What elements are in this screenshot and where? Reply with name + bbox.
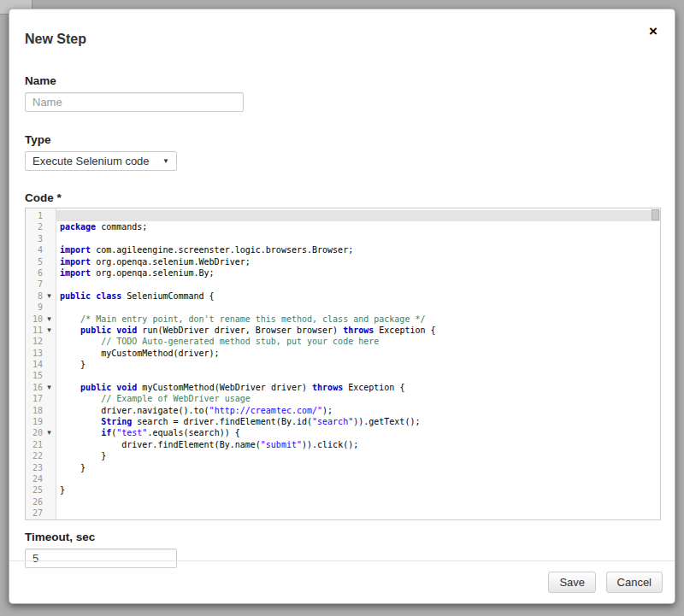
gutter-cell: 7 xyxy=(26,279,56,290)
code-line-text[interactable]: } xyxy=(56,450,660,461)
fold-arrow-icon[interactable]: ▾ xyxy=(43,325,56,336)
code-line-text[interactable] xyxy=(56,496,660,507)
fold-gutter-spacer xyxy=(43,370,56,381)
type-label: Type xyxy=(25,133,659,146)
code-form-group: Code * 12package commands;34import com.a… xyxy=(25,191,659,520)
code-line-text[interactable]: public class SeleniumCommand { xyxy=(56,290,660,302)
code-line-text[interactable]: public void myCustomMethod(WebDriver dri… xyxy=(56,382,660,393)
code-line[interactable]: 19 String search = driver.findElement(By… xyxy=(26,416,660,427)
code-line[interactable]: 23 } xyxy=(26,462,660,473)
fold-gutter-spacer xyxy=(43,336,56,347)
code-line-text[interactable]: import org.openqa.selenium.By; xyxy=(56,267,660,279)
code-line-text[interactable] xyxy=(56,370,660,381)
line-number: 6 xyxy=(26,267,43,279)
code-line-text[interactable] xyxy=(56,507,660,519)
code-line[interactable]: 2package commands; xyxy=(26,221,660,232)
code-line[interactable]: 17 // Example of WebDriver usage xyxy=(26,393,660,404)
code-line[interactable]: 13 myCustomMethod(driver); xyxy=(26,348,660,359)
code-line-text[interactable] xyxy=(56,279,660,290)
code-line[interactable]: 11▾ public void run(WebDriver driver, Br… xyxy=(26,325,660,336)
fold-arrow-icon[interactable]: ▾ xyxy=(43,427,56,438)
code-editor[interactable]: 12package commands;34import com.agileeng… xyxy=(25,208,661,520)
code-line[interactable]: 15 xyxy=(26,370,660,381)
line-number: 11 xyxy=(26,325,43,336)
code-line-text[interactable]: String search = driver.findElement(By.id… xyxy=(56,416,660,427)
gutter-cell: 18 xyxy=(26,405,56,416)
fold-gutter-spacer xyxy=(43,462,56,473)
code-line-text[interactable] xyxy=(56,233,660,244)
code-line[interactable]: 24 xyxy=(26,473,660,484)
code-line[interactable]: 7 xyxy=(26,279,660,290)
fold-gutter-spacer xyxy=(43,416,56,427)
type-select[interactable]: Execute Selenium code ▼ xyxy=(25,151,177,171)
code-line[interactable]: 4import com.agileengine.screenster.logic… xyxy=(26,244,660,255)
gutter-cell: 13 xyxy=(26,348,56,359)
code-line-text[interactable]: myCustomMethod(driver); xyxy=(56,348,660,359)
code-line[interactable]: 14 } xyxy=(26,359,660,370)
code-line[interactable]: 16▾ public void myCustomMethod(WebDriver… xyxy=(26,382,660,393)
gutter-cell: 8▾ xyxy=(26,290,56,302)
fold-gutter-spacer xyxy=(43,359,56,370)
code-line[interactable]: 5import org.openqa.selenium.WebDriver; xyxy=(26,256,660,267)
code-line-text[interactable]: import com.agileengine.screenster.logic.… xyxy=(56,244,660,255)
code-line[interactable]: 26 xyxy=(26,496,660,507)
gutter-cell: 5 xyxy=(26,256,56,267)
gutter-cell: 2 xyxy=(26,221,56,232)
code-line[interactable]: 22 } xyxy=(26,450,660,461)
scrollbar-thumb[interactable] xyxy=(652,209,659,220)
gutter-cell: 11▾ xyxy=(26,325,56,336)
code-line-text[interactable]: driver.navigate().to("http://creamtec.co… xyxy=(56,405,660,416)
line-number: 8 xyxy=(26,290,43,302)
fold-arrow-icon[interactable]: ▾ xyxy=(43,314,56,325)
code-line-text[interactable]: driver.findElement(By.name("submit")).cl… xyxy=(56,439,660,450)
code-line-text[interactable]: // Example of WebDriver usage xyxy=(56,393,660,404)
line-number: 1 xyxy=(26,210,43,221)
code-label: Code * xyxy=(25,191,659,204)
code-line-text[interactable]: // TODO Auto-generated method stub, put … xyxy=(56,336,660,347)
code-editor-lines: 12package commands;34import com.agileeng… xyxy=(26,210,660,519)
code-line-text[interactable]: } xyxy=(56,359,660,370)
name-input[interactable] xyxy=(25,92,244,112)
new-step-modal: New Step × Name Type Execute Selenium co… xyxy=(9,9,675,604)
code-line-text[interactable] xyxy=(56,302,660,313)
code-line[interactable]: 12 // TODO Auto-generated method stub, p… xyxy=(26,336,660,347)
code-line[interactable]: 20▾ if("test".equals(search)) { xyxy=(26,427,660,438)
code-line[interactable]: 10▾ /* Main entry point, don't rename th… xyxy=(26,314,660,325)
code-line[interactable]: 18 driver.navigate().to("http://creamtec… xyxy=(26,405,660,416)
line-number: 21 xyxy=(26,439,43,450)
close-icon[interactable]: × xyxy=(649,24,657,38)
line-number: 20 xyxy=(26,427,43,438)
code-line[interactable]: 6import org.openqa.selenium.By; xyxy=(26,267,660,279)
code-line-text[interactable] xyxy=(56,473,660,484)
code-line[interactable]: 27 xyxy=(26,507,660,519)
line-number: 23 xyxy=(26,462,43,473)
gutter-cell: 3 xyxy=(26,233,56,244)
code-line[interactable]: 25} xyxy=(26,484,660,496)
code-line-text[interactable]: public void run(WebDriver driver, Browse… xyxy=(56,325,660,336)
code-line-text[interactable]: if("test".equals(search)) { xyxy=(56,427,660,438)
type-select-value: Execute Selenium code xyxy=(32,155,150,167)
name-label: Name xyxy=(25,74,659,87)
line-number: 10 xyxy=(26,314,43,325)
code-line-text[interactable]: } xyxy=(56,484,660,496)
code-line-text[interactable] xyxy=(56,210,660,221)
save-button[interactable]: Save xyxy=(548,572,596,593)
code-line-text[interactable]: /* Main entry point, don't rename this m… xyxy=(56,314,660,325)
code-line-text[interactable]: package commands; xyxy=(56,221,660,232)
code-line-text[interactable]: import org.openqa.selenium.WebDriver; xyxy=(56,256,660,267)
gutter-cell: 25 xyxy=(26,484,56,496)
cancel-button[interactable]: Cancel xyxy=(606,572,663,593)
code-line[interactable]: 1 xyxy=(26,210,660,221)
code-line[interactable]: 8▾public class SeleniumCommand { xyxy=(26,290,660,302)
code-line[interactable]: 3 xyxy=(26,233,660,244)
gutter-cell: 15 xyxy=(26,370,56,381)
fold-gutter-spacer xyxy=(43,507,56,519)
line-number: 15 xyxy=(26,370,43,381)
line-number: 5 xyxy=(26,256,43,267)
fold-arrow-icon[interactable]: ▾ xyxy=(43,290,56,302)
code-line[interactable]: 9 xyxy=(26,302,660,313)
code-line[interactable]: 21 driver.findElement(By.name("submit"))… xyxy=(26,439,660,450)
code-line-text[interactable]: } xyxy=(56,462,660,473)
fold-arrow-icon[interactable]: ▾ xyxy=(43,382,56,393)
gutter-cell: 17 xyxy=(26,393,56,404)
